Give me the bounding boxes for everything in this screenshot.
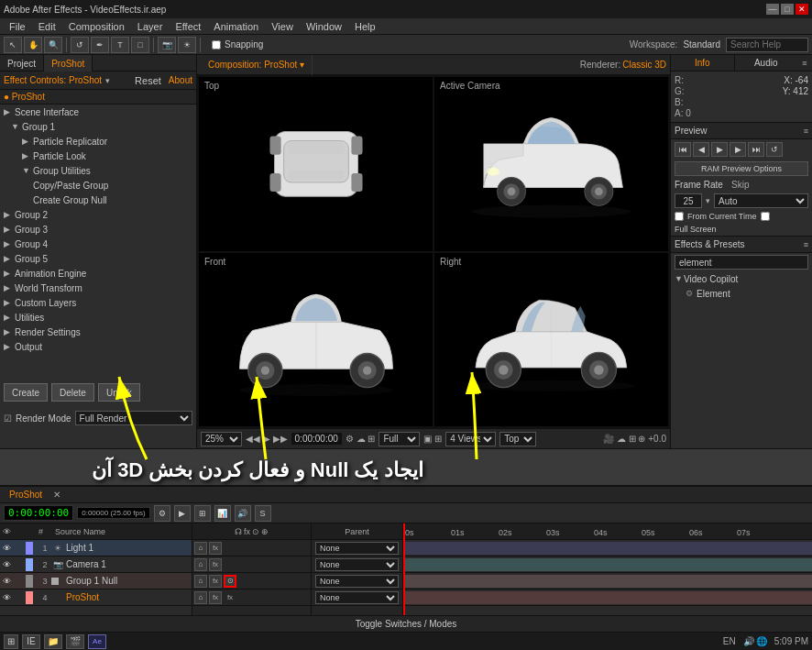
sw3-3d[interactable]: ⊙ bbox=[224, 575, 236, 588]
layer2-name[interactable]: Camera 1 bbox=[64, 559, 192, 569]
layer3-vis[interactable]: 👁 bbox=[0, 577, 13, 586]
menu-view[interactable]: View bbox=[266, 18, 299, 35]
full-screen-checkbox[interactable] bbox=[761, 212, 770, 221]
unlink-button[interactable]: Unlink bbox=[98, 383, 140, 402]
prev-frame-btn[interactable]: ◀ bbox=[693, 142, 709, 157]
toggle-bar[interactable]: Toggle Switches / Modes bbox=[0, 615, 812, 632]
close-button[interactable]: ✕ bbox=[796, 4, 808, 15]
tool-rotate[interactable]: ↺ bbox=[71, 37, 89, 53]
layer3-name[interactable]: Group 1 Null bbox=[64, 576, 192, 586]
tree-particle-look[interactable]: ▶ Particle Look bbox=[0, 149, 196, 163]
tab-info[interactable]: Info bbox=[671, 55, 735, 71]
ep-search-input[interactable] bbox=[675, 255, 808, 270]
layer-row-1[interactable]: 👁 1 ☀ Light 1 bbox=[0, 540, 192, 556]
sw1-fx[interactable]: fx bbox=[209, 542, 222, 555]
play-btn[interactable]: ▶ bbox=[711, 142, 728, 157]
quality-select[interactable]: FullHalfQuarter bbox=[379, 432, 420, 446]
tool-shape[interactable]: □ bbox=[131, 37, 149, 53]
menu-help[interactable]: Help bbox=[349, 18, 381, 35]
timeline-tab-close[interactable]: ✕ bbox=[53, 490, 60, 500]
taskbar-ae[interactable]: Ae bbox=[88, 634, 106, 649]
tab-proshot[interactable]: ProShot bbox=[44, 55, 93, 72]
info-panel-options[interactable]: ≡ bbox=[797, 55, 812, 71]
timeline-tab-proshot[interactable]: ProShot bbox=[4, 487, 48, 503]
create-button[interactable]: Create bbox=[4, 383, 48, 402]
time-display[interactable]: 0:00:00:00 bbox=[291, 433, 342, 445]
tree-create-null[interactable]: Create Group Null bbox=[0, 193, 196, 207]
tool-light[interactable]: ☀ bbox=[178, 37, 196, 53]
layer4-vis[interactable]: 👁 bbox=[0, 593, 13, 602]
tree-custom-layers[interactable]: ▶ Custom Layers bbox=[0, 295, 196, 310]
layer4-name[interactable]: ProShot bbox=[64, 592, 192, 602]
menu-composition[interactable]: Composition bbox=[63, 18, 130, 35]
tree-world-transform[interactable]: ▶ World Transform bbox=[0, 281, 196, 295]
next-last-btn[interactable]: ⏭ bbox=[748, 142, 764, 157]
start-btn[interactable]: ⊞ bbox=[4, 634, 18, 649]
tool-pen[interactable]: ✒ bbox=[91, 37, 109, 53]
tl-more-btn[interactable]: ⊞ bbox=[194, 505, 211, 522]
parent-select-3[interactable]: None bbox=[315, 575, 399, 588]
tool-zoom[interactable]: 🔍 bbox=[44, 37, 62, 53]
renderer-value[interactable]: Classic 3D bbox=[622, 60, 666, 70]
menu-effect[interactable]: Effect bbox=[170, 18, 206, 35]
tree-utilities[interactable]: ▶ Utilities bbox=[0, 310, 196, 325]
views-select[interactable]: 4 Views1 View bbox=[445, 432, 496, 446]
menu-window[interactable]: Window bbox=[301, 18, 347, 35]
playhead[interactable] bbox=[403, 523, 405, 615]
search-input[interactable] bbox=[726, 38, 808, 52]
tool-camera[interactable]: 📷 bbox=[158, 37, 176, 53]
layer-row-3[interactable]: 👁 3 Group 1 Null bbox=[0, 573, 192, 589]
layer-row-4[interactable]: 👁 4 ProShot bbox=[0, 589, 192, 606]
menu-edit[interactable]: Edit bbox=[33, 18, 61, 35]
tree-group3[interactable]: ▶ Group 3 bbox=[0, 222, 196, 237]
tree-particle-rep[interactable]: ▶ Particle Replicator bbox=[0, 134, 196, 149]
time-code-display[interactable]: 0:00:00:00 bbox=[4, 505, 73, 521]
sw2-fx[interactable]: fx bbox=[209, 558, 222, 571]
tree-output[interactable]: ▶ Output bbox=[0, 339, 196, 354]
taskbar-item-3[interactable]: 🎬 bbox=[66, 634, 84, 649]
ep-video-copilot[interactable]: ▼ Video Copilot bbox=[671, 271, 812, 286]
sw4-fx2[interactable]: fx bbox=[224, 591, 236, 604]
ram-preview-btn[interactable]: RAM Preview Options bbox=[675, 161, 808, 176]
tree-copy-paste[interactable]: Copy/Paste Group bbox=[0, 178, 196, 193]
viewport-top[interactable]: Top bbox=[199, 77, 433, 251]
parent-select-2[interactable]: None bbox=[315, 558, 399, 571]
loop-btn[interactable]: ↺ bbox=[766, 142, 783, 157]
snapping-checkbox[interactable] bbox=[212, 40, 221, 50]
delete-button[interactable]: Delete bbox=[51, 383, 94, 402]
layer-row-2[interactable]: 👁 2 📷 Camera 1 bbox=[0, 556, 192, 573]
tl-tool-btn[interactable]: ⚙ bbox=[154, 505, 170, 522]
about-link[interactable]: About bbox=[169, 75, 192, 85]
sw3-motion[interactable]: ⌂ bbox=[194, 575, 207, 588]
tree-animation-engine[interactable]: ▶ Animation Engine bbox=[0, 266, 196, 281]
prev-first-btn[interactable]: ⏮ bbox=[675, 142, 691, 157]
viewport-right[interactable]: Right bbox=[434, 253, 668, 427]
tool-select[interactable]: ↖ bbox=[4, 37, 22, 53]
tool-hand[interactable]: ✋ bbox=[24, 37, 42, 53]
reset-btn[interactable]: Reset bbox=[135, 75, 161, 86]
sw3-fx[interactable]: fx bbox=[209, 575, 222, 588]
tl-solo-btn[interactable]: S bbox=[255, 505, 271, 522]
tl-graph-btn[interactable]: 📊 bbox=[214, 505, 231, 522]
effect-dropdown[interactable]: ▾ bbox=[105, 76, 110, 85]
menu-file[interactable]: File bbox=[4, 18, 31, 35]
tree-render-settings[interactable]: ▶ Render Settings bbox=[0, 325, 196, 339]
tree-group-utils[interactable]: ▼ Group Utilities bbox=[0, 163, 196, 178]
layer1-vis[interactable]: 👁 bbox=[0, 544, 13, 553]
zoom-select[interactable]: 25%50%100% bbox=[201, 432, 242, 446]
layer1-name[interactable]: Light 1 bbox=[64, 543, 192, 553]
tree-group1[interactable]: ▼ Group 1 bbox=[0, 119, 196, 134]
comp-tab-proshot[interactable]: Composition: ProShot ▾ bbox=[201, 55, 313, 75]
ep-options[interactable]: ≡ bbox=[804, 240, 808, 249]
maximize-button[interactable]: □ bbox=[781, 4, 794, 15]
tab-project[interactable]: Project bbox=[0, 55, 44, 72]
tl-render-btn[interactable]: ▶ bbox=[174, 505, 191, 522]
sw1-motion[interactable]: ⌂ bbox=[194, 542, 207, 555]
tl-audio-btn[interactable]: 🔊 bbox=[235, 505, 251, 522]
preview-options[interactable]: ≡ bbox=[804, 127, 808, 136]
viewport-front[interactable]: Front bbox=[199, 253, 433, 427]
sw4-fx[interactable]: fx bbox=[209, 591, 222, 604]
tree-group2[interactable]: ▶ Group 2 bbox=[0, 207, 196, 222]
next-frame-btn[interactable]: ▶ bbox=[730, 142, 746, 157]
sw2-motion[interactable]: ⌂ bbox=[194, 558, 207, 571]
